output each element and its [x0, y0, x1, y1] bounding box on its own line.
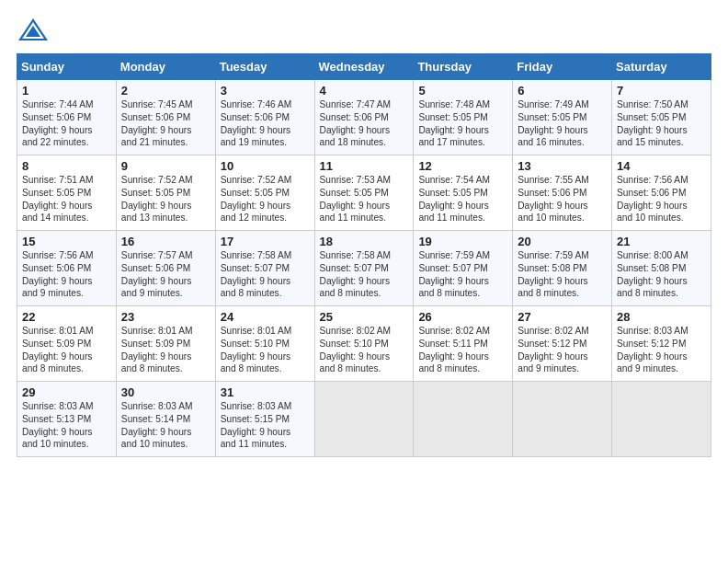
calendar-cell: 11Sunrise: 7:53 AM Sunset: 5:05 PM Dayli…: [314, 155, 414, 231]
calendar-cell: 16Sunrise: 7:57 AM Sunset: 5:06 PM Dayli…: [116, 231, 215, 306]
calendar-cell: 18Sunrise: 7:58 AM Sunset: 5:07 PM Dayli…: [314, 231, 414, 306]
day-info: Sunrise: 7:59 AM Sunset: 5:07 PM Dayligh…: [418, 249, 507, 300]
day-number: 17: [221, 235, 310, 248]
day-number: 22: [22, 310, 111, 324]
calendar-cell: 17Sunrise: 7:58 AM Sunset: 5:07 PM Dayli…: [215, 231, 314, 306]
day-info: Sunrise: 8:01 AM Sunset: 5:10 PM Dayligh…: [221, 325, 310, 375]
calendar-cell: 1Sunrise: 7:44 AM Sunset: 5:06 PM Daylig…: [17, 80, 117, 155]
day-number: 13: [518, 159, 607, 173]
day-number: 19: [418, 235, 507, 248]
day-info: Sunrise: 8:02 AM Sunset: 5:10 PM Dayligh…: [320, 325, 409, 375]
day-info: Sunrise: 7:47 AM Sunset: 5:06 PM Dayligh…: [320, 98, 409, 149]
header: [17, 17, 711, 44]
day-info: Sunrise: 8:03 AM Sunset: 5:15 PM Dayligh…: [221, 400, 310, 451]
calendar-cell: 25Sunrise: 8:02 AM Sunset: 5:10 PM Dayli…: [314, 306, 414, 382]
day-number: 1: [22, 84, 111, 98]
day-number: 21: [617, 235, 706, 248]
day-number: 27: [518, 310, 607, 324]
calendar-cell: 6Sunrise: 7:49 AM Sunset: 5:05 PM Daylig…: [513, 80, 612, 155]
day-number: 11: [320, 159, 409, 173]
calendar-cell: 3Sunrise: 7:46 AM Sunset: 5:06 PM Daylig…: [215, 80, 314, 155]
logo: [17, 17, 53, 44]
day-number: 12: [418, 159, 507, 173]
day-number: 31: [221, 385, 310, 399]
day-number: 8: [22, 159, 111, 173]
calendar-cell: 26Sunrise: 8:02 AM Sunset: 5:11 PM Dayli…: [414, 306, 513, 382]
day-info: Sunrise: 8:03 AM Sunset: 5:12 PM Dayligh…: [617, 325, 706, 375]
day-header-wednesday: Wednesday: [314, 54, 414, 80]
day-info: Sunrise: 7:56 AM Sunset: 5:06 PM Dayligh…: [617, 174, 706, 224]
calendar-cell: 8Sunrise: 7:51 AM Sunset: 5:05 PM Daylig…: [17, 155, 117, 231]
day-number: 20: [518, 235, 607, 248]
day-number: 23: [121, 310, 210, 324]
day-info: Sunrise: 7:46 AM Sunset: 5:06 PM Dayligh…: [221, 98, 310, 149]
calendar-cell: 4Sunrise: 7:47 AM Sunset: 5:06 PM Daylig…: [314, 80, 414, 155]
calendar-cell: 19Sunrise: 7:59 AM Sunset: 5:07 PM Dayli…: [414, 231, 513, 306]
day-info: Sunrise: 7:44 AM Sunset: 5:06 PM Dayligh…: [22, 98, 111, 149]
calendar-cell: [513, 382, 612, 457]
day-number: 15: [22, 235, 111, 248]
day-header-monday: Monday: [116, 54, 215, 80]
day-info: Sunrise: 8:03 AM Sunset: 5:13 PM Dayligh…: [22, 400, 111, 451]
day-header-saturday: Saturday: [612, 54, 711, 80]
day-info: Sunrise: 7:48 AM Sunset: 5:05 PM Dayligh…: [418, 98, 507, 149]
calendar-cell: 10Sunrise: 7:52 AM Sunset: 5:05 PM Dayli…: [215, 155, 314, 231]
day-header-thursday: Thursday: [414, 54, 513, 80]
day-header-sunday: Sunday: [17, 54, 117, 80]
calendar-cell: 9Sunrise: 7:52 AM Sunset: 5:05 PM Daylig…: [116, 155, 215, 231]
day-number: 30: [121, 385, 210, 399]
calendar-cell: 20Sunrise: 7:59 AM Sunset: 5:08 PM Dayli…: [513, 231, 612, 306]
day-info: Sunrise: 8:01 AM Sunset: 5:09 PM Dayligh…: [121, 325, 210, 375]
calendar-cell: 27Sunrise: 8:02 AM Sunset: 5:12 PM Dayli…: [513, 306, 612, 382]
calendar-cell: 24Sunrise: 8:01 AM Sunset: 5:10 PM Dayli…: [215, 306, 314, 382]
day-info: Sunrise: 7:57 AM Sunset: 5:06 PM Dayligh…: [121, 249, 210, 300]
day-number: 2: [121, 84, 210, 98]
day-number: 16: [121, 235, 210, 248]
calendar-cell: 23Sunrise: 8:01 AM Sunset: 5:09 PM Dayli…: [116, 306, 215, 382]
day-info: Sunrise: 7:59 AM Sunset: 5:08 PM Dayligh…: [518, 249, 607, 300]
calendar-cell: 28Sunrise: 8:03 AM Sunset: 5:12 PM Dayli…: [612, 306, 711, 382]
day-header-tuesday: Tuesday: [215, 54, 314, 80]
calendar-cell: 21Sunrise: 8:00 AM Sunset: 5:08 PM Dayli…: [612, 231, 711, 306]
day-number: 10: [221, 159, 310, 173]
day-number: 18: [320, 235, 409, 248]
day-info: Sunrise: 7:52 AM Sunset: 5:05 PM Dayligh…: [121, 174, 210, 224]
day-number: 14: [617, 159, 706, 173]
calendar-cell: 30Sunrise: 8:03 AM Sunset: 5:14 PM Dayli…: [116, 382, 215, 457]
day-number: 29: [22, 385, 111, 399]
calendar-cell: 12Sunrise: 7:54 AM Sunset: 5:05 PM Dayli…: [414, 155, 513, 231]
logo-icon: [17, 17, 50, 44]
day-number: 28: [617, 310, 706, 324]
calendar-cell: 5Sunrise: 7:48 AM Sunset: 5:05 PM Daylig…: [414, 80, 513, 155]
day-info: Sunrise: 7:50 AM Sunset: 5:05 PM Dayligh…: [617, 98, 706, 149]
week-row-1: 1Sunrise: 7:44 AM Sunset: 5:06 PM Daylig…: [17, 80, 711, 155]
calendar-cell: 22Sunrise: 8:01 AM Sunset: 5:09 PM Dayli…: [17, 306, 117, 382]
day-info: Sunrise: 8:02 AM Sunset: 5:12 PM Dayligh…: [518, 325, 607, 375]
day-info: Sunrise: 7:53 AM Sunset: 5:05 PM Dayligh…: [320, 174, 409, 224]
day-number: 5: [418, 84, 507, 98]
day-number: 7: [617, 84, 706, 98]
calendar-cell: [414, 382, 513, 457]
day-info: Sunrise: 7:52 AM Sunset: 5:05 PM Dayligh…: [221, 174, 310, 224]
day-number: 4: [320, 84, 409, 98]
calendar-cell: 14Sunrise: 7:56 AM Sunset: 5:06 PM Dayli…: [612, 155, 711, 231]
page-container: SundayMondayTuesdayWednesdayThursdayFrid…: [0, 0, 728, 466]
calendar-cell: [612, 382, 711, 457]
calendar-cell: 7Sunrise: 7:50 AM Sunset: 5:05 PM Daylig…: [612, 80, 711, 155]
calendar-cell: [314, 382, 414, 457]
day-number: 26: [418, 310, 507, 324]
day-info: Sunrise: 7:49 AM Sunset: 5:05 PM Dayligh…: [518, 98, 607, 149]
day-info: Sunrise: 7:54 AM Sunset: 5:05 PM Dayligh…: [418, 174, 507, 224]
calendar-table: SundayMondayTuesdayWednesdayThursdayFrid…: [17, 53, 711, 457]
day-info: Sunrise: 7:58 AM Sunset: 5:07 PM Dayligh…: [221, 249, 310, 300]
day-number: 25: [320, 310, 409, 324]
day-number: 3: [221, 84, 310, 98]
day-number: 24: [221, 310, 310, 324]
day-info: Sunrise: 7:51 AM Sunset: 5:05 PM Dayligh…: [22, 174, 111, 224]
day-info: Sunrise: 8:02 AM Sunset: 5:11 PM Dayligh…: [418, 325, 507, 375]
day-number: 6: [518, 84, 607, 98]
week-row-4: 22Sunrise: 8:01 AM Sunset: 5:09 PM Dayli…: [17, 306, 711, 382]
week-row-5: 29Sunrise: 8:03 AM Sunset: 5:13 PM Dayli…: [17, 382, 711, 457]
calendar-cell: 29Sunrise: 8:03 AM Sunset: 5:13 PM Dayli…: [17, 382, 117, 457]
day-info: Sunrise: 7:58 AM Sunset: 5:07 PM Dayligh…: [320, 249, 409, 300]
